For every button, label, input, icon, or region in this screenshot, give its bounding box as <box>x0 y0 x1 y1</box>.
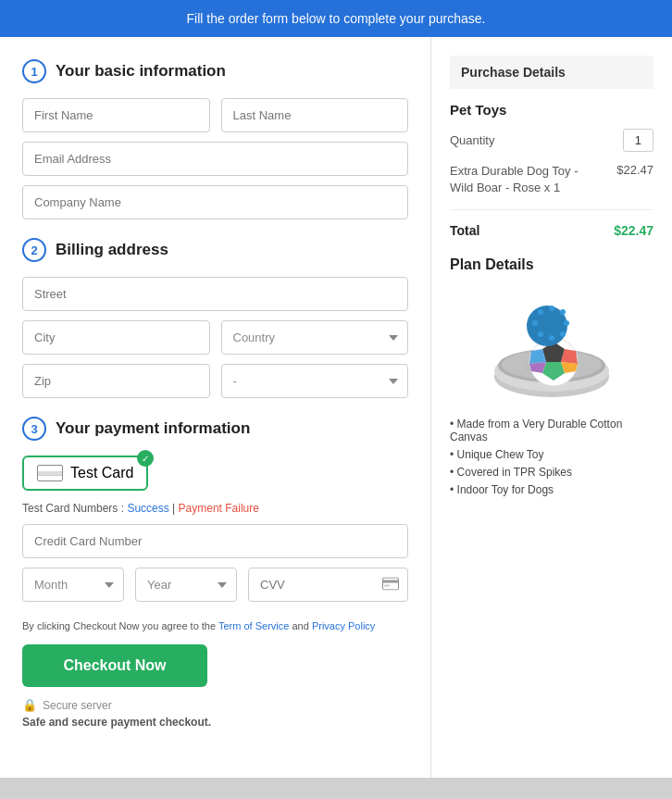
svg-point-25 <box>532 320 538 326</box>
total-amount: $22.47 <box>614 223 653 238</box>
privacy-link[interactable]: Privacy Policy <box>312 620 375 631</box>
billing-section: 2 Billing address Country - <box>22 238 408 398</box>
city-country-row: Country <box>22 320 408 355</box>
svg-point-18 <box>538 309 543 315</box>
total-row: Total $22.47 <box>450 223 653 238</box>
left-panel: 1 Your basic information <box>0 37 431 778</box>
checkout-button[interactable]: Checkout Now <box>22 644 207 687</box>
payment-header: 3 Your payment information <box>22 417 408 441</box>
feature-3: Covered in TPR Spikes <box>450 466 653 479</box>
email-row <box>22 142 408 176</box>
product-name: Extra Durable Dog Toy -Wild Boar - Rose … <box>450 163 579 196</box>
svg-point-24 <box>538 331 543 337</box>
year-select[interactable]: Year 202420252026 202720282029 <box>135 568 237 602</box>
secure-text: Secure server <box>43 699 112 712</box>
payment-section: 3 Your payment information Test Card ✓ T… <box>22 417 408 602</box>
basic-info-section: 1 Your basic information <box>22 59 408 219</box>
feature-1: Made from a Very Durable Cotton Canvas <box>450 418 653 443</box>
name-row <box>22 98 408 132</box>
credit-card-input[interactable] <box>22 524 408 558</box>
svg-rect-0 <box>383 578 399 590</box>
svg-point-20 <box>560 309 566 315</box>
test-card-prefix: Test Card Numbers : <box>22 502 127 515</box>
svg-rect-2 <box>384 584 390 586</box>
page-wrapper: Fill the order form below to complete yo… <box>0 0 672 778</box>
zip-input[interactable] <box>22 364 210 398</box>
section-number-3: 3 <box>22 417 46 441</box>
payment-title: Your payment information <box>56 419 250 438</box>
card-option[interactable]: Test Card ✓ <box>22 456 148 491</box>
lock-icon: 🔒 <box>22 698 37 712</box>
billing-title: Billing address <box>56 241 168 259</box>
expiry-cvv-row: Month 010203 040506 070809 101112 Year 2… <box>22 568 408 602</box>
total-label: Total <box>450 223 479 238</box>
credit-card-icon <box>382 577 399 593</box>
terms-prefix: By clicking Checkout Now you agree to th… <box>22 620 218 631</box>
svg-point-19 <box>549 306 554 311</box>
main-content: 1 Your basic information <box>0 37 672 778</box>
country-select[interactable]: Country <box>221 320 409 355</box>
product-price: $22.47 <box>616 163 653 196</box>
purchase-details-header: Purchase Details <box>450 56 653 89</box>
safe-text: Safe and secure payment checkout. <box>22 716 408 729</box>
zip-state-row: - <box>22 364 408 398</box>
last-name-input[interactable] <box>221 98 409 132</box>
features-list: Made from a Very Durable Cotton Canvas U… <box>450 418 653 496</box>
cvv-wrapper <box>248 568 408 602</box>
svg-point-21 <box>564 320 569 326</box>
credit-card-row <box>22 524 408 558</box>
basic-info-header: 1 Your basic information <box>22 59 408 83</box>
state-select[interactable]: - <box>221 364 409 398</box>
secure-info: 🔒 Secure server <box>22 698 408 712</box>
right-panel: Purchase Details Pet Toys Quantity 1 Ext… <box>431 37 672 778</box>
tos-link[interactable]: Term of Service <box>218 620 289 631</box>
company-input[interactable] <box>22 185 408 219</box>
section-number-2: 2 <box>22 238 46 262</box>
svg-rect-1 <box>382 580 399 582</box>
quantity-value: 1 <box>623 129 653 152</box>
plan-details-title: Plan Details <box>450 256 653 273</box>
banner-text: Fill the order form below to complete yo… <box>187 11 486 26</box>
test-card-info: Test Card Numbers : Success | Payment Fa… <box>22 502 408 515</box>
quantity-label: Quantity <box>450 133 494 147</box>
failure-link[interactable]: Payment Failure <box>179 502 259 515</box>
success-link[interactable]: Success <box>127 502 168 515</box>
product-image <box>478 284 626 405</box>
product-image-container <box>450 284 653 405</box>
basic-info-title: Your basic information <box>56 62 226 81</box>
terms-conjunction: and <box>292 620 311 631</box>
terms-text: By clicking Checkout Now you agree to th… <box>22 620 408 631</box>
street-input[interactable] <box>22 277 408 311</box>
card-icon <box>37 465 63 481</box>
first-name-input[interactable] <box>22 98 210 132</box>
city-input[interactable] <box>22 320 210 355</box>
svg-point-23 <box>549 335 554 341</box>
feature-4: Indoor Toy for Dogs <box>450 483 653 496</box>
company-row <box>22 185 408 219</box>
quantity-row: Quantity 1 <box>450 129 653 152</box>
svg-point-8 <box>524 363 528 367</box>
svg-point-22 <box>560 331 566 337</box>
month-select[interactable]: Month 010203 040506 070809 101112 <box>22 568 124 602</box>
top-banner: Fill the order form below to complete yo… <box>0 0 672 37</box>
feature-2: Unique Chew Toy <box>450 448 653 461</box>
pet-toys-title: Pet Toys <box>450 102 653 118</box>
product-row: Extra Durable Dog Toy -Wild Boar - Rose … <box>450 163 653 210</box>
street-row <box>22 277 408 311</box>
card-label: Test Card <box>70 465 133 481</box>
section-number-1: 1 <box>22 59 46 83</box>
email-input[interactable] <box>22 142 408 176</box>
card-check-badge: ✓ <box>137 450 154 467</box>
billing-header: 2 Billing address <box>22 238 408 262</box>
